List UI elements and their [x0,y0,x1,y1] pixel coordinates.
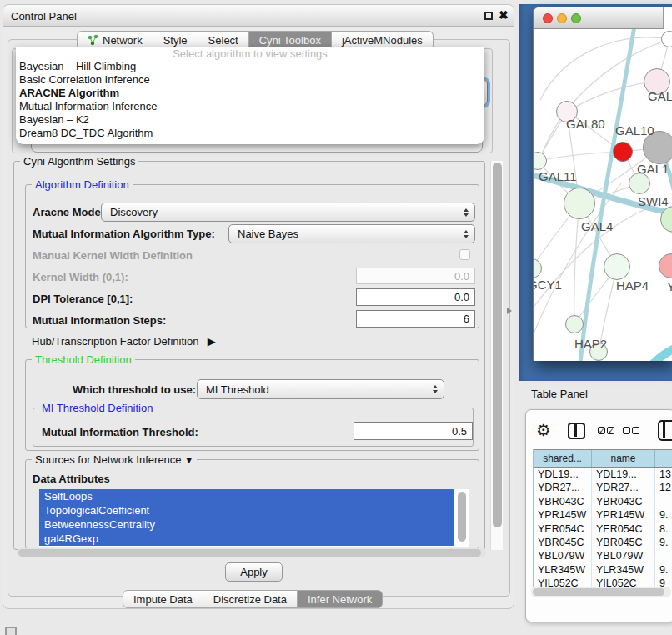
algorithm-placeholder: Select algorithm to view settings [16,47,484,60]
list-scrollbar-track [454,489,469,548]
table-row[interactable]: YER054C YER054C 8. [534,522,672,536]
export-table-icon[interactable] [658,420,672,441]
network-node-selected-red[interactable] [613,142,633,162]
close-traffic-light[interactable] [543,13,553,23]
algorithm-option[interactable]: Dream8 DC_TDC Algorithm [16,127,484,140]
tab-impute-data[interactable]: Impute Data [123,590,203,608]
table-row[interactable]: YBR045C YBR045C 9. [534,536,672,549]
table-cell: 8. [655,522,672,536]
algorithm-option[interactable]: Bayesian – K2 [16,113,484,127]
sources-group: Sources for Network Inference ▼ Data Att… [25,459,479,549]
table-cell [655,549,672,562]
gear-icon[interactable]: ⚙ [536,421,551,439]
column-header-shared-name[interactable]: shared... [534,450,592,467]
node-label: Y [667,279,672,293]
column-header-name[interactable]: name [592,450,655,467]
network-node-hap4[interactable] [604,253,630,280]
bottom-tabs: Impute Data Discretize Data Infer Networ… [123,590,383,608]
dpi-tolerance-field[interactable]: 0.0 [356,288,475,306]
table-header-row: shared... name [534,449,672,468]
mi-steps-label: Mutual Information Steps: [33,314,166,327]
table-cell: YPR145W [592,508,655,522]
attribute-item[interactable]: BetweennessCentrality [39,518,454,532]
table-cell: YPR145W [534,508,592,522]
algorithm-option-selected[interactable]: ARACNE Algorithm [16,87,484,100]
node-label: GAL1 [637,162,669,176]
deselect-all-rows-icon[interactable] [623,427,639,434]
column-visibility-icon[interactable] [568,422,585,439]
data-attributes-label: Data Attributes [33,472,110,485]
network-node-hap2[interactable] [565,315,584,333]
close-icon[interactable]: ✖ [499,8,509,22]
table-row[interactable]: YBR043C YBR043C [534,495,672,508]
tab-label: Cyni Toolbox [259,34,321,47]
minimize-traffic-light[interactable] [557,13,567,23]
hub-definition-expander[interactable]: Hub/Transcription Factor Definition ▶ [32,333,216,348]
table-cell: YLR345W [534,563,592,577]
table-cell: YLR345W [592,563,655,577]
dpi-tolerance-value: 0.0 [454,291,469,303]
unchecked-box-icon [632,427,639,434]
group-title: MI Threshold Definition [38,402,156,414]
table-cell: YER054C [592,522,655,536]
panel-divider-arrow[interactable] [507,308,512,314]
select-all-rows-icon[interactable]: ✓ ✓ [598,427,614,434]
which-threshold-combo[interactable]: MI Threshold [197,379,444,399]
sources-collapse-toggle[interactable]: Sources for Network Inference ▼ [32,453,197,467]
column-header-partial[interactable] [655,450,672,467]
tab-label: Discretize Data [213,593,287,606]
node-label: GAL [648,89,672,103]
table-cell [655,495,672,508]
network-icon [88,34,98,46]
table-cell: 13 [655,468,672,481]
table-cell: YBL079W [534,549,592,562]
algorithm-option[interactable]: Bayesian – Hill Climbing [16,60,484,73]
tab-discretize-data[interactable]: Discretize Data [203,590,298,608]
kernel-width-value: 0.0 [454,270,469,282]
table-row[interactable]: YLR345W YLR345W 9. [534,563,672,577]
node-label: GAL80 [566,117,605,131]
tab-label: jActiveMNodules [342,34,423,47]
settings-hscrollbar-thumb[interactable] [18,549,481,557]
table-row[interactable]: YPR145W YPR145W 9. [534,508,672,522]
manual-kernel-label: Manual Kernel Width Definition [33,249,193,262]
table-cell: YBR045C [592,536,655,549]
table-row[interactable]: YDL19... YDL19... 13 [534,468,672,481]
threshold-definition-group: Threshold Definition Which threshold to … [25,359,479,451]
table-hscrollbar-thumb[interactable] [533,588,664,596]
table-row[interactable]: YDR27... YDR27... 12 [534,481,672,494]
control-panel-titlebar: Control Panel ✖ [3,5,514,27]
sources-title: Sources for Network Inference [35,453,182,466]
checked-box-icon: ✓ [598,427,605,434]
node-label: HAP2 [574,337,607,351]
aracne-mode-value: Discovery [110,206,158,218]
network-node[interactable] [661,31,672,48]
aracne-mode-label: Aracne Mode: [33,206,104,218]
aracne-mode-combo[interactable]: Discovery [101,202,475,222]
mi-steps-field[interactable]: 6 [356,310,475,328]
settings-vscrollbar-thumb[interactable] [493,162,502,528]
hub-definition-label: Hub/Transcription Factor Definition [32,335,198,348]
dock-mini-icon[interactable] [5,627,17,635]
attribute-item[interactable]: gal4RGexp [39,532,454,546]
algorithm-option[interactable]: Mutual Information Inference [16,100,484,113]
node-label: GAL10 [615,123,654,138]
table-cell: YIL052C [592,577,655,587]
table-row[interactable]: YBL079W YBL079W [534,549,672,562]
apply-button[interactable]: Apply [225,562,283,582]
table-cell: YBR043C [534,495,592,508]
zoom-traffic-light[interactable] [571,13,581,23]
table-row[interactable]: YIL052C YIL052C 9 [534,577,672,587]
mi-threshold-field[interactable]: 0.5 [354,422,473,440]
list-scrollbar-thumb[interactable] [458,492,466,542]
attribute-item[interactable]: SelfLoops [39,489,454,503]
attribute-item[interactable]: TopologicalCoefficient [39,503,454,518]
network-node-gal4[interactable] [564,188,595,219]
float-window-icon[interactable] [484,12,493,20]
combo-arrows-icon [464,230,469,238]
tab-infer-network[interactable]: Infer Network [298,590,383,608]
algorithm-option[interactable]: Basic Correlation Inference [16,73,484,87]
node-label: HAP4 [616,278,649,292]
combo-arrows-icon [433,385,438,393]
mi-type-combo[interactable]: Naive Bayes [228,224,475,243]
